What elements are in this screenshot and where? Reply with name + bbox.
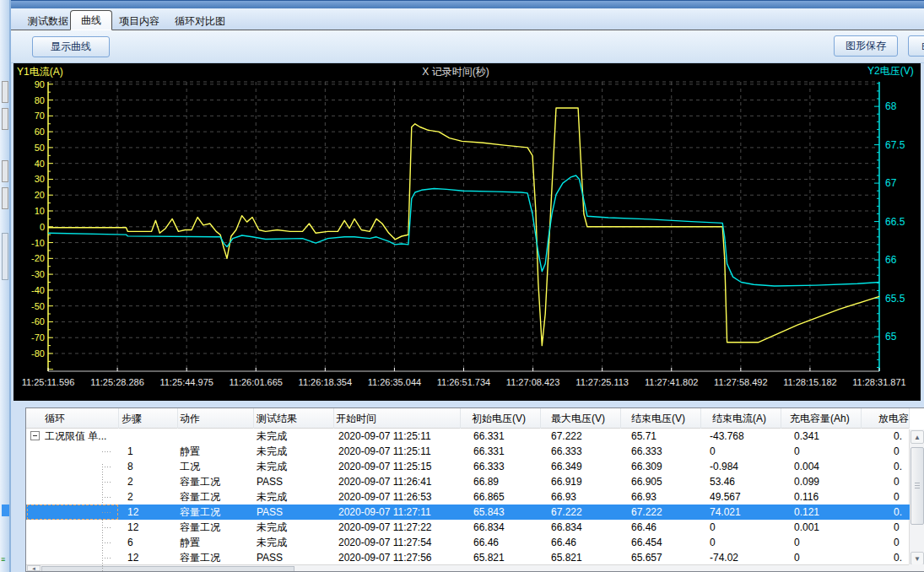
tree-branch-mark — [102, 542, 112, 543]
y1-tick-label: -70 — [31, 332, 45, 343]
tree-branch-mark — [102, 467, 112, 467]
column-header-2[interactable]: 动作 — [178, 408, 254, 429]
column-header-6[interactable]: 最大电压(V) — [541, 408, 621, 429]
table-cell: 53.46 — [701, 474, 781, 489]
table-cell: 66.93 — [541, 489, 621, 505]
table-cell: 2020-09-07 11:27:22 — [334, 520, 461, 535]
table-cell: 67.222 — [621, 505, 701, 520]
table-cell: 66.905 — [621, 474, 701, 489]
table-row[interactable]: 12容量工况未完成2020-09-07 11:27:2266.83466.834… — [26, 520, 910, 535]
show-curve-button[interactable]: 显示曲线 — [32, 36, 110, 57]
table-cell: 0 — [781, 550, 862, 565]
x-tick-label: 11:28:31.871 — [852, 377, 905, 387]
table-cell: PASS — [254, 550, 334, 565]
table-row[interactable]: 2容量工况未完成2020-09-07 11:26:5366.86566.9366… — [26, 489, 910, 505]
x-tick-label: 11:26:18.354 — [299, 377, 352, 387]
table-cell: 0.099 — [781, 474, 862, 489]
y1-tick-label: 90 — [35, 79, 45, 89]
x-tick-label: 11:27:58.492 — [714, 377, 767, 387]
y1-tick-label: -50 — [31, 301, 45, 311]
x-tick-label: 11:28:15.182 — [783, 377, 836, 387]
table-row[interactable]: 8工况未完成2020-09-07 11:25:1566.33366.34966.… — [26, 459, 910, 474]
table-cell: -43.768 — [701, 429, 781, 444]
table-cell: 未完成 — [254, 429, 334, 444]
table-cell: 0 — [781, 535, 862, 550]
table-cell: -0.984 — [701, 459, 781, 474]
column-header-8[interactable]: 结束电流(A) — [701, 408, 781, 429]
table-row[interactable]: 工况限值 单...未完成2020-09-07 11:25:1166.33167.… — [26, 429, 910, 444]
table-cell: 容量工况 — [178, 520, 254, 535]
tab-project-content[interactable]: 项目内容 — [109, 12, 170, 30]
tab-curve[interactable]: 曲线 — [70, 10, 112, 30]
table-cell: 0.116 — [781, 489, 862, 505]
table-row[interactable]: 12容量工况PASS2020-09-07 11:27:5665.82165.82… — [26, 550, 910, 565]
table-cell: 66.46 — [621, 520, 701, 535]
y2-tick-label: 67.5 — [885, 139, 905, 151]
tree-collapse-icon[interactable] — [30, 431, 40, 440]
y1-tick-label: 80 — [35, 95, 45, 105]
table-row[interactable]: 6静置未完成2020-09-07 11:27:5466.4666.4666.45… — [26, 535, 910, 550]
table-row[interactable]: 12容量工况PASS2020-09-07 11:27:1165.84367.22… — [26, 505, 910, 520]
table-cell: 67.222 — [541, 429, 621, 444]
column-header-10[interactable]: 放电容 — [862, 408, 910, 429]
column-header-5[interactable]: 初始电压(V) — [461, 408, 541, 429]
table-cell: 66.333 — [541, 444, 621, 459]
y1-tick-label: -40 — [31, 285, 45, 295]
y1-axis-title: Y1电流(A) — [17, 66, 63, 78]
table-cell: 66.89 — [461, 474, 541, 489]
save-graphic-button[interactable]: 图形保存 — [834, 35, 898, 57]
sliver-text-fragment: ≡ — [1, 555, 9, 565]
table-cell: 74.021 — [701, 505, 781, 520]
table-cell: 容量工况 — [178, 550, 254, 565]
table-cell: 65.657 — [621, 550, 701, 565]
table-cell: 容量工况 — [178, 474, 254, 489]
y1-tick-label: -80 — [31, 348, 45, 359]
tab-bar: 测试数据 曲线 项目内容 循环对比图 — [11, 8, 924, 30]
clipped-curve-button[interactable]: 曲 — [908, 35, 924, 57]
column-header-1[interactable]: 步骤 — [119, 408, 178, 429]
table-cell: 66.834 — [461, 520, 541, 535]
table-cell: 2020-09-07 11:27:54 — [334, 535, 461, 550]
column-header-0[interactable]: 循环 — [26, 408, 119, 429]
table-cell: 66.865 — [461, 489, 541, 505]
tree-branch-mark — [102, 512, 112, 513]
scroll-up-button[interactable]: ▲ — [910, 430, 924, 444]
curve-chart: -80-70-60-50-40-30-20-100102030405060708… — [14, 63, 921, 401]
table-cell: 66.331 — [461, 444, 541, 459]
y1-tick-label: 30 — [35, 174, 45, 184]
table-row[interactable]: 1静置未完成2020-09-07 11:25:1166.33166.33366.… — [26, 444, 910, 459]
chart-canvas: -80-70-60-50-40-30-20-100102030405060708… — [14, 63, 921, 401]
column-header-3[interactable]: 测试结果 — [254, 408, 334, 429]
x-tick-label: 11:27:25.113 — [575, 377, 629, 387]
tab-cycle-comparison[interactable]: 循环对比图 — [165, 12, 235, 30]
vertical-scrollbar[interactable]: ▲ ▼ — [909, 429, 924, 566]
column-header-9[interactable]: 充电容量(Ah) — [781, 408, 862, 429]
scroll-left-button[interactable]: ◄ — [27, 565, 41, 571]
horizontal-scrollbar[interactable]: ◄ — [26, 564, 910, 571]
y1-tick-label: 20 — [35, 190, 45, 200]
table-cell: 0. — [862, 459, 910, 474]
scroll-thumb[interactable] — [910, 447, 924, 525]
x-tick-label: 11:27:41.802 — [645, 377, 698, 387]
column-header-4[interactable]: 开始时间 — [334, 408, 461, 429]
tree-branch-mark — [102, 497, 112, 498]
window-top-strip — [11, 0, 924, 8]
column-header-7[interactable]: 结束电压(V) — [621, 408, 701, 429]
table-cell: 0.121 — [781, 505, 862, 520]
background-panel-sliver: ≡ — [0, 0, 11, 572]
scroll-down-button[interactable]: ▼ — [910, 552, 924, 565]
table-cell: 0 — [701, 535, 781, 550]
results-table: 循环步骤动作测试结果开始时间初始电压(V)最大电压(V)结束电压(V)结束电流(… — [25, 407, 924, 572]
cycle-group-label: 工况限值 单... — [45, 430, 106, 442]
sliver-scroll-thumb[interactable] — [2, 233, 8, 280]
table-row[interactable]: 2容量工况PASS2020-09-07 11:26:4166.8966.9196… — [26, 474, 910, 489]
table-cell: 66.454 — [621, 535, 701, 550]
y1-tick-label: 10 — [35, 206, 45, 216]
hscroll-thumb[interactable] — [41, 566, 294, 572]
table-cell: 8 — [119, 459, 178, 474]
table-cell: 66.333 — [461, 459, 541, 474]
sliver-selection-fragment — [2, 505, 9, 516]
table-cell: 66.46 — [461, 535, 541, 550]
table-cell: 容量工况 — [178, 505, 254, 520]
table-cell: 0 — [701, 520, 781, 535]
